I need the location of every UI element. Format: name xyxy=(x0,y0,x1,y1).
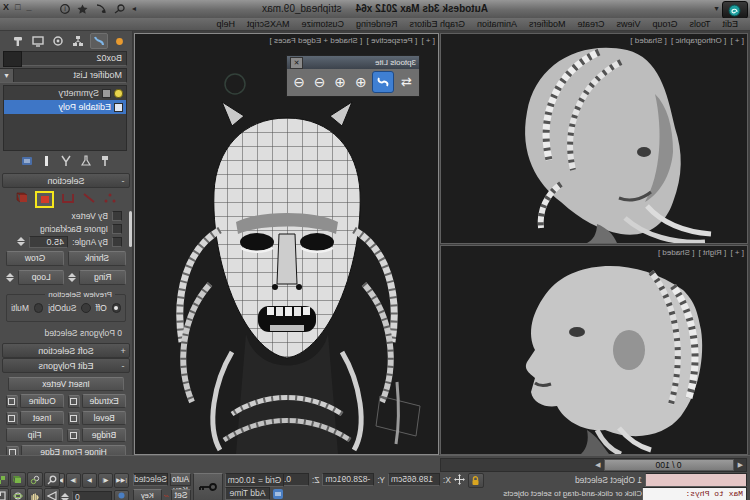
angle-spinner[interactable] xyxy=(16,237,25,246)
orbit-icon[interactable] xyxy=(10,488,26,500)
tab-hierarchy-icon[interactable] xyxy=(70,34,86,48)
modifier-row-symmetry[interactable]: Symmetry xyxy=(4,86,126,100)
x-coordinate-field[interactable]: 189.665cm xyxy=(388,473,440,486)
bevel-settings-button[interactable] xyxy=(68,412,80,425)
outline-settings-button[interactable] xyxy=(6,395,18,408)
selection-rollout-header[interactable]: - Selection xyxy=(2,173,130,188)
swap-arrows-icon[interactable]: ⇆ xyxy=(397,72,416,92)
palette-close-icon[interactable]: ✕ xyxy=(290,57,303,69)
viewport-name[interactable]: [ Right ] xyxy=(699,248,727,257)
lightbulb-icon[interactable] xyxy=(114,89,123,98)
menu-graph-editors[interactable]: Graph Editors xyxy=(404,19,472,29)
tab-utilities-icon[interactable] xyxy=(10,34,26,48)
zoom-icon[interactable] xyxy=(44,472,60,487)
viewport-name[interactable]: [ Orthographic ] xyxy=(671,36,726,45)
minimize-button[interactable]: _ xyxy=(26,2,31,12)
play-button[interactable]: ▶ xyxy=(82,473,97,488)
go-to-start-button[interactable]: |◀◀ xyxy=(114,473,129,488)
inset-settings-button[interactable] xyxy=(6,412,18,425)
shrink-icon[interactable]: ⊖ xyxy=(311,72,329,92)
remove-modifier-icon[interactable] xyxy=(43,155,52,167)
menu-help[interactable]: Help xyxy=(210,19,241,29)
viewport-menu-plus[interactable]: [ + ] xyxy=(421,36,435,45)
pin-stack-icon[interactable] xyxy=(101,155,111,167)
shrink-loop-icon[interactable]: ⊖ xyxy=(290,72,308,92)
grow-loop-icon[interactable]: ⊕ xyxy=(331,72,349,92)
communication-center-icon[interactable] xyxy=(95,4,106,14)
time-slider-handle[interactable]: 0 / 100 xyxy=(604,459,734,471)
tab-motion-icon[interactable] xyxy=(50,34,66,48)
palette-titlebar[interactable]: 3ptools Lite ✕ xyxy=(287,56,419,69)
menu-maxscript[interactable]: MAXScript xyxy=(241,19,296,29)
field-of-view-icon[interactable] xyxy=(44,488,60,500)
expand-icon[interactable]: + xyxy=(117,346,129,356)
menu-create[interactable]: Create xyxy=(572,19,611,29)
viewport-menu-plus[interactable]: [ + ] xyxy=(730,248,744,257)
3ptools-lite-palette[interactable]: 3ptools Lite ✕ ⇆ ⊕ ⊕ ⊖ ⊖ xyxy=(286,55,420,97)
ring-spinner[interactable] xyxy=(68,273,77,282)
maxscript-listener-white[interactable]: Max to Phys: xyxy=(642,487,747,500)
menu-animation[interactable]: Animation xyxy=(471,19,523,29)
infocenter-expand-icon[interactable]: ▸ xyxy=(132,4,136,13)
next-frame-button[interactable]: |▶ xyxy=(66,473,81,488)
grow-icon[interactable]: ⊕ xyxy=(352,72,370,92)
ring-button[interactable]: Ring xyxy=(80,270,127,285)
outline-button[interactable]: Outline xyxy=(20,394,64,408)
tab-create-icon[interactable] xyxy=(112,34,128,48)
current-time-field[interactable]: 0 xyxy=(72,491,112,500)
object-name-field[interactable]: Box02 xyxy=(21,51,127,66)
edit-polygons-header[interactable]: - Edit Polygons xyxy=(2,358,130,373)
menu-edit[interactable]: Edit xyxy=(716,19,744,29)
viewport-name[interactable]: [ Perspective ] xyxy=(367,36,418,45)
modifier-row-editable-poly[interactable]: Editable Poly xyxy=(4,100,126,114)
selected-dropdown[interactable]: Selected xyxy=(133,473,168,486)
key-filters-button[interactable]: Key Filters... xyxy=(133,489,162,500)
collapse-icon[interactable]: - xyxy=(117,361,129,371)
add-time-tag-button[interactable]: Add Time Tag xyxy=(225,487,270,500)
bevel-button[interactable]: Bevel xyxy=(82,411,126,425)
viewport-shading[interactable]: [ Shaded ] xyxy=(630,36,666,45)
bridge-settings-button[interactable] xyxy=(67,429,80,442)
object-color-swatch[interactable] xyxy=(3,51,22,67)
by-angle-checkbox[interactable] xyxy=(112,237,122,247)
bridge-button[interactable]: Bridge xyxy=(82,428,126,442)
menu-group[interactable]: Group xyxy=(646,19,683,29)
spline-tool-icon[interactable] xyxy=(372,71,393,93)
tab-display-icon[interactable] xyxy=(30,34,46,48)
element-subobject-icon[interactable] xyxy=(15,191,30,204)
by-vertex-checkbox[interactable] xyxy=(112,211,122,221)
border-subobject-icon[interactable] xyxy=(61,191,76,204)
modifier-list-dropdown[interactable]: Modifier List ▼ xyxy=(0,68,127,83)
maximize-viewport-toggle-icon[interactable] xyxy=(0,488,9,500)
maxscript-listener-pink[interactable] xyxy=(645,473,747,487)
menu-modifiers[interactable]: Modifiers xyxy=(523,19,572,29)
next-frame-arrow[interactable]: ▶ xyxy=(592,461,603,469)
maximize-button[interactable]: □ xyxy=(15,2,20,12)
preview-subobj-radio[interactable] xyxy=(81,303,90,313)
selection-lock-toggle[interactable] xyxy=(468,473,484,488)
viewport-shading[interactable]: [ Shaded ] xyxy=(658,248,694,257)
show-end-result-icon[interactable] xyxy=(82,155,92,167)
dropdown-caret-icon[interactable]: ▼ xyxy=(0,69,14,82)
tab-modify-icon[interactable] xyxy=(90,33,108,49)
menu-rendering[interactable]: Rendering xyxy=(350,19,404,29)
ignore-backfacing-checkbox[interactable] xyxy=(112,224,122,234)
preview-multi-radio[interactable] xyxy=(34,303,43,313)
extrude-button[interactable]: Extrude xyxy=(82,394,126,408)
time-spinner[interactable] xyxy=(61,493,70,500)
grow-button[interactable]: Grow xyxy=(6,251,64,266)
zoom-all-icon[interactable] xyxy=(27,472,43,487)
zoom-extents-all-icon[interactable] xyxy=(0,472,9,487)
vertex-subobject-icon[interactable] xyxy=(103,191,118,204)
collapse-icon[interactable]: - xyxy=(117,176,129,186)
auto-key-button[interactable]: Auto Key xyxy=(170,473,191,486)
viewport-orthographic[interactable]: [ + ] [ Orthographic ] [ Shaded ] xyxy=(440,33,748,244)
previous-frame-button[interactable]: ◀| xyxy=(98,473,113,488)
keyboard-shortcut-override-toggle[interactable] xyxy=(193,473,223,500)
preview-off-radio[interactable] xyxy=(112,303,121,313)
configure-modifier-sets-icon[interactable] xyxy=(22,155,34,167)
search-icon[interactable] xyxy=(113,4,125,14)
insert-vertex-button[interactable]: Insert Vertex xyxy=(8,377,124,391)
angle-value-field[interactable]: 45.0 xyxy=(29,236,68,248)
pan-hand-icon[interactable] xyxy=(27,488,43,500)
